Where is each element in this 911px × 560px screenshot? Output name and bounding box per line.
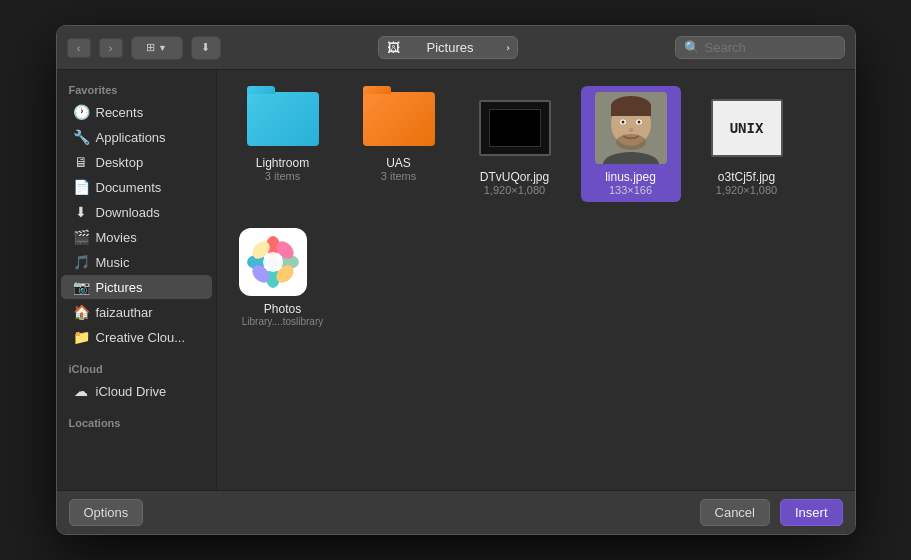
chevron-down-icon: ▼ <box>158 43 167 53</box>
image-thumb-o3tcj5f: UNIX <box>711 92 783 164</box>
file-name: linus.jpeg <box>605 170 656 184</box>
sidebar-item-music[interactable]: 🎵 Music <box>61 250 212 274</box>
search-input[interactable] <box>705 40 845 55</box>
file-meta: 1,920×1,080 <box>716 184 777 196</box>
sidebar-item-label: Recents <box>96 105 144 120</box>
file-name: o3tCj5f.jpg <box>718 170 775 184</box>
sidebar-item-movies[interactable]: 🎬 Movies <box>61 225 212 249</box>
svg-point-8 <box>637 121 640 124</box>
sidebar-item-label: Applications <box>96 130 166 145</box>
sidebar-item-label: Pictures <box>96 280 143 295</box>
svg-point-21 <box>267 256 279 268</box>
bottombar: Options Cancel Insert <box>57 490 855 534</box>
unix-text: UNIX <box>730 120 764 136</box>
forward-icon: › <box>109 42 113 54</box>
grid-icon: ⊞ <box>146 41 155 54</box>
finder-window: ‹ › ⊞ ▼ ⬇ 🖼 Pictures ⌃ 🔍 Favorites � <box>56 25 856 535</box>
sidebar: Favorites 🕐 Recents 🔧 Applications 🖥 Des… <box>57 70 217 490</box>
folder-icon-lightroom <box>247 92 319 150</box>
sidebar-item-recents[interactable]: 🕐 Recents <box>61 100 212 124</box>
sidebar-item-label: Desktop <box>96 155 144 170</box>
image-thumb-linus <box>595 92 667 164</box>
desktop-icon: 🖥 <box>73 154 89 170</box>
location-icon: 🖼 <box>387 40 400 55</box>
cancel-button[interactable]: Cancel <box>700 499 770 526</box>
sidebar-item-creative-cloud[interactable]: 📁 Creative Clou... <box>61 325 212 349</box>
creative-cloud-icon: 📁 <box>73 329 89 345</box>
search-icon: 🔍 <box>684 40 700 55</box>
main-content: Favorites 🕐 Recents 🔧 Applications 🖥 Des… <box>57 70 855 490</box>
svg-point-9 <box>628 128 633 132</box>
file-meta: 1,920×1,080 <box>484 184 545 196</box>
downloads-icon: ⬇ <box>73 204 89 220</box>
file-item-o3tcj5f[interactable]: UNIX o3tCj5f.jpg 1,920×1,080 <box>697 86 797 202</box>
movies-icon: 🎬 <box>73 229 89 245</box>
sidebar-item-downloads[interactable]: ⬇ Downloads <box>61 200 212 224</box>
back-icon: ‹ <box>77 42 81 54</box>
file-item-dtvuqor[interactable]: DTvUQor.jpg 1,920×1,080 <box>465 86 565 202</box>
search-bar[interactable]: 🔍 <box>675 36 845 59</box>
action-button[interactable]: ⬇ <box>191 36 221 60</box>
sidebar-item-label: Creative Clou... <box>96 330 186 345</box>
applications-icon: 🔧 <box>73 129 89 145</box>
options-button[interactable]: Options <box>69 499 144 526</box>
home-icon: 🏠 <box>73 304 89 320</box>
file-meta: 3 items <box>381 170 416 182</box>
sidebar-item-documents[interactable]: 📄 Documents <box>61 175 212 199</box>
file-name: DTvUQor.jpg <box>480 170 549 184</box>
svg-point-7 <box>621 121 624 124</box>
file-name: Lightroom <box>256 156 309 170</box>
action-icon: ⬇ <box>201 41 210 54</box>
file-item-linus[interactable]: linus.jpeg 133×166 <box>581 86 681 202</box>
file-item-uas[interactable]: UAS 3 items <box>349 86 449 202</box>
pictures-icon: 📷 <box>73 279 89 295</box>
svg-rect-4 <box>611 104 651 116</box>
file-item-photos-library[interactable]: Photos Library....toslibrary <box>233 218 333 333</box>
back-button[interactable]: ‹ <box>67 38 91 58</box>
documents-icon: 📄 <box>73 179 89 195</box>
folder-icon-uas <box>363 92 435 150</box>
file-name: UAS <box>386 156 411 170</box>
icloud-icon: ☁ <box>73 383 89 399</box>
sidebar-item-faizauthar[interactable]: 🏠 faizauthar <box>61 300 212 324</box>
recents-icon: 🕐 <box>73 104 89 120</box>
forward-button[interactable]: › <box>99 38 123 58</box>
file-meta: 133×166 <box>609 184 652 196</box>
file-name: Photos <box>264 302 301 316</box>
sidebar-item-label: Music <box>96 255 130 270</box>
sidebar-item-icloud-drive[interactable]: ☁ iCloud Drive <box>61 379 212 403</box>
favorites-label: Favorites <box>57 78 216 99</box>
svg-point-10 <box>616 134 646 150</box>
file-meta: Library....toslibrary <box>242 316 324 327</box>
file-item-lightroom[interactable]: Lightroom 3 items <box>233 86 333 202</box>
sidebar-item-label: iCloud Drive <box>96 384 167 399</box>
titlebar: ‹ › ⊞ ▼ ⬇ 🖼 Pictures ⌃ 🔍 <box>57 26 855 70</box>
sidebar-item-label: Movies <box>96 230 137 245</box>
file-area: Lightroom 3 items UAS 3 items <box>217 70 855 490</box>
location-chevron-icon: ⌃ <box>499 44 510 52</box>
music-icon: 🎵 <box>73 254 89 270</box>
locations-label: Locations <box>57 411 216 432</box>
file-meta: 3 items <box>265 170 300 182</box>
sidebar-item-applications[interactable]: 🔧 Applications <box>61 125 212 149</box>
image-thumb-dtvuqor <box>479 92 551 164</box>
view-mode-button[interactable]: ⊞ ▼ <box>131 36 183 60</box>
icloud-label: iCloud <box>57 357 216 378</box>
sidebar-item-label: Downloads <box>96 205 160 220</box>
file-grid: Lightroom 3 items UAS 3 items <box>233 86 839 333</box>
location-selector[interactable]: 🖼 Pictures ⌃ <box>378 36 518 59</box>
insert-button[interactable]: Insert <box>780 499 843 526</box>
location-label: Pictures <box>406 40 495 55</box>
photos-library-icon <box>239 228 307 296</box>
sidebar-item-pictures[interactable]: 📷 Pictures <box>61 275 212 299</box>
sidebar-item-desktop[interactable]: 🖥 Desktop <box>61 150 212 174</box>
sidebar-item-label: faizauthar <box>96 305 153 320</box>
sidebar-item-label: Documents <box>96 180 162 195</box>
